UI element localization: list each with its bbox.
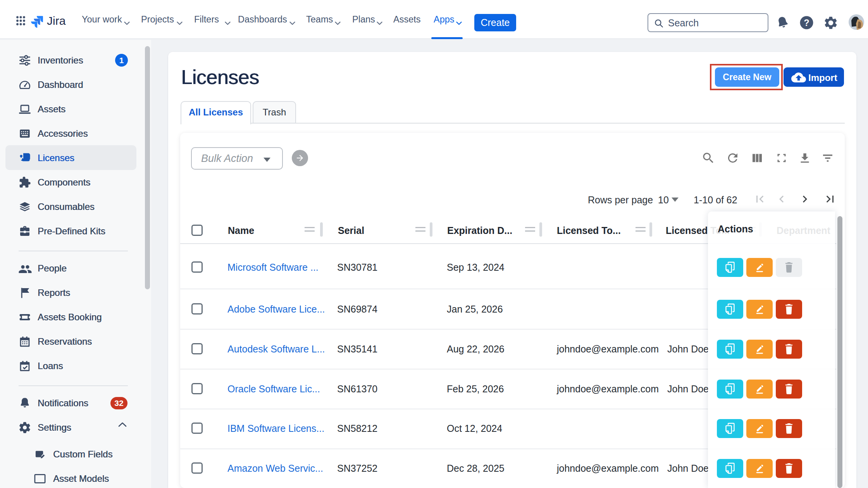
svg-text:?: ? — [804, 18, 809, 28]
